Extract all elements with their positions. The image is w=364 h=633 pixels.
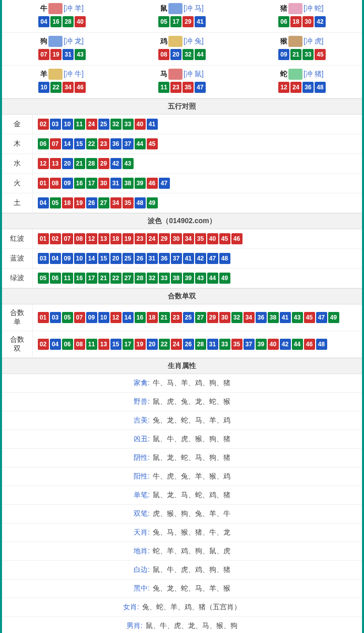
number-ball: 36	[256, 312, 267, 323]
number-ball: 15	[98, 253, 109, 264]
row-balls: 0102070812131819232429303435404546	[32, 229, 362, 249]
number-ball: 03	[50, 312, 61, 323]
attr-key: 阳性:	[134, 472, 150, 481]
number-ball: 23	[98, 138, 109, 149]
number-ball: 40	[268, 339, 279, 350]
number-ball: 33	[123, 119, 134, 130]
attr-key: 男肖:	[127, 621, 143, 630]
number-ball: 36	[159, 253, 170, 264]
number-ball: 11	[158, 82, 169, 93]
zodiac-icon	[288, 3, 302, 14]
zodiac-grid: 牛[冲 羊]04162840鼠[冲 马]05172941猪[冲 蛇]061830…	[2, 0, 362, 98]
number-ball: 11	[86, 339, 97, 350]
number-ball: 27	[195, 312, 206, 323]
number-ball: 43	[292, 312, 303, 323]
number-ball: 30	[302, 16, 314, 27]
attr-row: 吉美:兔、龙、蛇、马、羊、鸡	[2, 411, 362, 430]
number-ball: 47	[207, 253, 218, 264]
number-ball: 48	[316, 339, 327, 350]
number-ball: 10	[38, 82, 49, 93]
heshu-table: 合数单0103050709101214161821232527293032343…	[2, 304, 362, 358]
number-ball: 16	[50, 16, 62, 27]
row-balls: 1213202128294243	[32, 154, 362, 174]
number-ball: 07	[62, 233, 73, 244]
number-ball: 40	[75, 16, 86, 27]
number-ball: 32	[110, 119, 122, 130]
number-ball: 07	[74, 312, 85, 323]
row-balls: 0108091617303138394647	[32, 174, 362, 193]
number-ball: 28	[63, 16, 74, 27]
zodiac-conflict: [冲 龙]	[64, 37, 84, 46]
zodiac-cell: 鼠[冲 马]05172941	[122, 0, 242, 33]
number-ball: 38	[268, 312, 279, 323]
attr-value: 兔、龙、蛇、马、羊、猴	[153, 584, 230, 593]
number-ball: 38	[123, 178, 134, 189]
section-wuxing-title: 五行对照	[2, 98, 362, 115]
number-ball: 25	[98, 119, 109, 130]
number-ball: 44	[195, 49, 206, 60]
number-ball: 21	[98, 273, 109, 284]
number-ball: 33	[219, 339, 230, 350]
number-ball: 27	[123, 273, 134, 284]
number-ball: 20	[170, 49, 181, 60]
number-ball: 29	[207, 312, 218, 323]
table-row: 合数单0103050709101214161821232527293032343…	[2, 304, 362, 331]
number-ball: 08	[74, 233, 85, 244]
number-ball: 33	[159, 273, 170, 284]
number-ball: 23	[170, 82, 181, 93]
row-balls: 0204060811131517192022242628313335373940…	[32, 331, 362, 358]
zodiac-conflict: [冲 羊]	[64, 4, 84, 13]
number-ball: 10	[74, 253, 85, 264]
number-ball: 31	[63, 49, 74, 60]
number-ball: 31	[147, 253, 158, 264]
attr-key: 吉美:	[134, 416, 150, 425]
number-ball: 41	[147, 119, 158, 130]
number-ball: 43	[75, 49, 86, 60]
number-ball: 42	[195, 253, 206, 264]
zodiac-conflict: [冲 鼠]	[184, 70, 204, 79]
number-ball: 39	[135, 178, 146, 189]
number-ball: 30	[171, 233, 182, 244]
number-ball: 18	[147, 312, 158, 323]
attr-key: 白边:	[134, 565, 150, 574]
row-label: 金	[2, 115, 32, 134]
number-ball: 48	[315, 82, 326, 93]
zodiac-cell: 马[冲 鼠]11233547	[122, 66, 242, 98]
table-row: 绿波05061116172122272832333839434449	[2, 269, 362, 288]
zodiac-name: 鼠	[160, 4, 167, 13]
number-ball: 27	[98, 197, 109, 208]
attr-key: 单笔:	[134, 491, 150, 500]
number-ball: 46	[231, 233, 242, 244]
attr-value: 鼠、龙、蛇、马、狗、猪	[153, 453, 230, 462]
number-ball: 45	[315, 49, 326, 60]
number-ball: 03	[38, 253, 49, 264]
attr-value: 鼠、龙、马、蛇、鸡、猪	[153, 491, 230, 500]
table-row: 土04051819262734354849	[2, 193, 362, 213]
number-ball: 44	[292, 339, 303, 350]
number-ball: 20	[147, 339, 158, 350]
number-ball: 19	[123, 233, 134, 244]
number-ball: 40	[135, 119, 146, 130]
number-ball: 24	[147, 233, 158, 244]
number-ball: 21	[290, 49, 301, 60]
number-ball: 09	[62, 253, 73, 264]
number-ball: 37	[171, 253, 182, 264]
attr-value: 鼠、牛、虎、鸡、狗、猪	[153, 565, 230, 574]
table-row: 蓝波03040910141520252631363741424748	[2, 249, 362, 269]
attr-row: 家禽:牛、马、羊、鸡、狗、猪	[2, 374, 362, 393]
number-ball: 26	[183, 339, 194, 350]
row-balls: 03040910141520252631363741424748	[32, 249, 362, 269]
number-ball: 13	[50, 158, 61, 169]
number-ball: 43	[195, 273, 206, 284]
number-ball: 42	[315, 16, 326, 27]
zodiac-conflict: [冲 猪]	[304, 70, 324, 79]
number-ball: 37	[123, 138, 134, 149]
number-ball: 41	[183, 253, 194, 264]
number-ball: 45	[219, 233, 230, 244]
number-ball: 32	[147, 273, 158, 284]
number-ball: 20	[110, 253, 122, 264]
number-ball: 05	[62, 312, 73, 323]
bose-table: 红波0102070812131819232429303435404546蓝波03…	[2, 229, 362, 288]
number-ball: 24	[86, 119, 97, 130]
number-ball: 26	[86, 197, 97, 208]
